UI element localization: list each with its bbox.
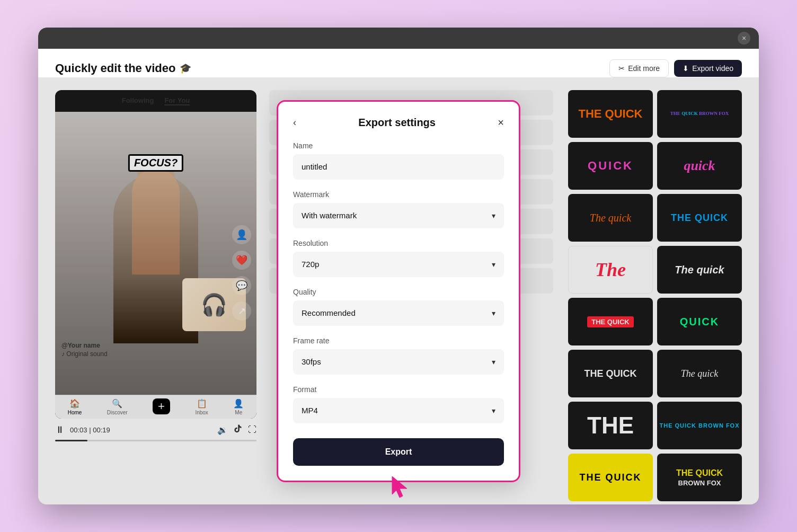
modal-overlay: ‹ Export settings × Name Watermark With … [38,77,759,504]
quality-select[interactable]: Recommended High Medium Low [293,300,504,326]
name-input[interactable] [293,154,504,180]
modal-close-button[interactable]: × [498,117,504,129]
quality-select-wrapper: Recommended High Medium Low ▾ [293,300,504,326]
resolution-select[interactable]: 720p 1080p 480p [293,252,504,277]
resolution-select-wrapper: 720p 1080p 480p ▾ [293,252,504,277]
window-close-button[interactable]: × [738,32,750,45]
modal-back-button[interactable]: ‹ [293,117,296,128]
window-header: × [38,28,759,49]
export-video-button[interactable]: ⬇ Export video [674,60,742,77]
format-field-group: Format MP4 MOV AVI ▾ [293,385,504,423]
frame-rate-label: Frame rate [293,336,504,345]
watermark-label: Watermark [293,190,504,199]
export-button[interactable]: Export [293,438,504,466]
modal-title: Export settings [358,117,436,129]
frame-rate-field-group: Frame rate 30fps 60fps 24fps ▾ [293,336,504,375]
export-settings-modal: ‹ Export settings × Name Watermark With … [277,100,520,482]
page-header-row: Quickly edit the video 🎓 ✂ Edit more ⬇ E… [38,49,759,77]
frame-rate-select-wrapper: 30fps 60fps 24fps ▾ [293,349,504,375]
resolution-label: Resolution [293,239,504,247]
watermark-select-wrapper: With watermark Without watermark ▾ [293,203,504,228]
format-label: Format [293,385,504,394]
quality-field-group: Quality Recommended High Medium Low ▾ [293,288,504,326]
format-select-wrapper: MP4 MOV AVI ▾ [293,398,504,423]
watermark-field-group: Watermark With watermark Without waterma… [293,190,504,228]
format-select[interactable]: MP4 MOV AVI [293,398,504,423]
resolution-field-group: Resolution 720p 1080p 480p ▾ [293,239,504,277]
download-icon: ⬇ [683,64,689,73]
edit-more-button[interactable]: ✂ Edit more [609,59,669,77]
name-label: Name [293,141,504,150]
frame-rate-select[interactable]: 30fps 60fps 24fps [293,349,504,375]
name-field-group: Name [293,141,504,180]
scissors-icon: ✂ [618,64,625,73]
header-actions: ✂ Edit more ⬇ Export video [609,59,742,77]
quality-label: Quality [293,288,504,296]
graduation-icon: 🎓 [180,63,191,74]
app-window: × Quickly edit the video 🎓 ✂ Edit more ⬇… [38,28,759,504]
main-content: Following For You FOCUS? 🎧 👤 [38,77,759,504]
page-title: Quickly edit the video 🎓 [55,61,191,75]
watermark-select[interactable]: With watermark Without watermark [293,203,504,228]
modal-header: ‹ Export settings × [293,117,504,129]
